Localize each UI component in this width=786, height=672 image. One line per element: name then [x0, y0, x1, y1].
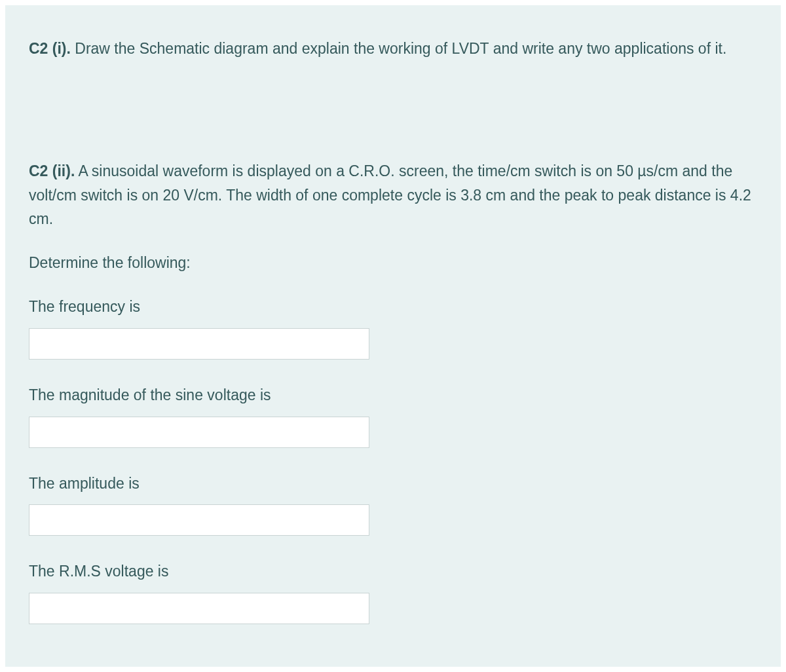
field-magnitude: The magnitude of the sine voltage is [29, 383, 757, 448]
field-amplitude: The amplitude is [29, 472, 757, 536]
magnitude-input[interactable] [29, 417, 369, 448]
question-c2-ii-body: A sinusoidal waveform is displayed on a … [29, 162, 751, 228]
question-c2-i-body: Draw the Schematic diagram and explain t… [71, 40, 726, 57]
frequency-input[interactable] [29, 328, 369, 360]
question-panel: C2 (i). Draw the Schematic diagram and e… [5, 5, 781, 667]
question-c2-ii: C2 (ii). A sinusoidal waveform is displa… [29, 159, 757, 624]
question-c2-ii-text: C2 (ii). A sinusoidal waveform is displa… [29, 159, 757, 231]
field-frequency-label: The frequency is [29, 295, 757, 319]
rms-input[interactable] [29, 593, 369, 624]
field-frequency: The frequency is [29, 295, 757, 360]
field-amplitude-label: The amplitude is [29, 472, 757, 496]
field-magnitude-label: The magnitude of the sine voltage is [29, 383, 757, 407]
field-rms: The R.M.S voltage is [29, 559, 757, 624]
question-c2-i-label: C2 (i). [29, 40, 71, 57]
question-c2-ii-label: C2 (ii). [29, 162, 75, 179]
question-c2-i: C2 (i). Draw the Schematic diagram and e… [29, 37, 757, 61]
determine-prompt: Determine the following: [29, 251, 757, 275]
field-rms-label: The R.M.S voltage is [29, 559, 757, 584]
amplitude-input[interactable] [29, 504, 369, 536]
question-c2-i-text: C2 (i). Draw the Schematic diagram and e… [29, 37, 757, 61]
